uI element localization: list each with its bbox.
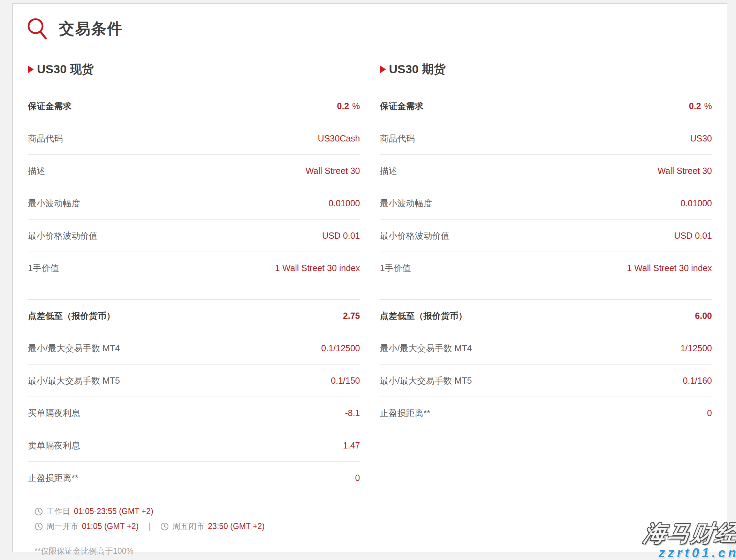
row-label: 商品代码 (380, 133, 415, 144)
row-label: 最小/最大交易手数 MT5 (28, 375, 120, 386)
row-label: 1手价值 (28, 262, 59, 274)
row-label: 止盈损距离** (380, 407, 430, 419)
table-row: 点差低至（报价货币） 6.00 (380, 300, 712, 332)
note-time: 01:05 (GMT +2) (82, 522, 139, 531)
row-value: 0.1/12500 (321, 343, 360, 353)
row-label: 最小波动幅度 (380, 198, 432, 209)
table-row: 保证金需求 0.2% (380, 90, 712, 122)
table-row: 保证金需求 0.2% (28, 90, 360, 122)
row-label: 最小价格波动价值 (28, 230, 98, 241)
group-divider (28, 284, 360, 300)
row-value: 0.2% (337, 101, 360, 111)
column-us30-spot: US30 现货 保证金需求 0.2% 商品代码 US30Cash 描述 Wall… (28, 61, 360, 557)
table-row: 最小/最大交易手数 MT4 1/12500 (380, 332, 712, 365)
group-divider (380, 284, 712, 300)
table-row: 描述 Wall Street 30 (28, 155, 360, 187)
clock-icon (35, 507, 43, 516)
row-label: 卖单隔夜利息 (28, 440, 80, 451)
column-title: US30 期货 (389, 61, 446, 77)
arrow-right-icon (380, 66, 386, 73)
row-value: 0.01000 (328, 198, 360, 208)
row-label: 点差低至（报价货币） (28, 310, 115, 322)
row-value: 0.2% (689, 101, 712, 111)
note-label: 周一开市 (46, 521, 78, 532)
row-value-unit: % (352, 101, 360, 111)
clock-icon (160, 522, 169, 531)
row-label: 描述 (380, 165, 397, 177)
row-value: US30Cash (318, 133, 360, 144)
note-time: 01:05-23:55 (GMT +2) (74, 507, 153, 516)
table-row: 最小/最大交易手数 MT5 0.1/160 (380, 365, 712, 397)
row-value: 1 Wall Street 30 index (275, 263, 360, 273)
row-label: 最小/最大交易手数 MT4 (380, 343, 472, 354)
column-header: US30 期货 (380, 61, 712, 77)
row-value: 0.1/160 (683, 376, 712, 386)
note-line-open-close: 周一开市 01:05 (GMT +2) | 周五闭市 23:50 (GMT +2… (35, 521, 360, 532)
trading-conditions-card: 交易条件 US30 现货 保证金需求 0.2% 商品代码 US30Cash 描述… (13, 3, 727, 552)
row-value-unit: % (704, 101, 712, 111)
clock-icon (35, 522, 43, 531)
arrow-right-icon (28, 66, 34, 73)
table-row: 最小/最大交易手数 MT5 0.1/150 (28, 365, 360, 397)
row-value: 0 (707, 408, 712, 418)
trading-hours-notes: 工作日 01:05-23:55 (GMT +2) 周一开市 01:05 (GMT… (35, 506, 360, 532)
row-value: 6.00 (695, 311, 712, 321)
row-label: 保证金需求 (28, 100, 71, 112)
row-label: 点差低至（报价货币） (380, 310, 467, 322)
row-label: 保证金需求 (380, 100, 424, 112)
table-row: 买单隔夜利息 -8.1 (28, 397, 360, 429)
row-value: 0.01000 (681, 198, 712, 208)
column-header: US30 现货 (28, 61, 360, 77)
row-value: USD 0.01 (674, 231, 712, 241)
note-line-workday: 工作日 01:05-23:55 (GMT +2) (35, 506, 360, 517)
row-value: -8.1 (345, 408, 360, 418)
row-value: Wall Street 30 (305, 166, 360, 176)
table-row: 1手价值 1 Wall Street 30 index (380, 252, 712, 284)
row-label: 最小/最大交易手数 MT4 (28, 343, 120, 354)
row-label: 最小/最大交易手数 MT5 (380, 375, 472, 386)
row-label: 描述 (28, 165, 45, 177)
row-value: 1/12500 (681, 343, 712, 353)
row-value: 0 (355, 473, 360, 483)
note-label: 工作日 (46, 506, 70, 517)
row-label: 商品代码 (28, 133, 63, 144)
margin-footnote: **仅限保证金比例高于100% (35, 546, 360, 557)
table-row: 1手价值 1 Wall Street 30 index (28, 252, 360, 284)
row-value-number: 0.2 (337, 101, 349, 111)
row-value: 0.1/150 (331, 376, 360, 386)
row-value: 1.47 (343, 440, 360, 451)
row-value: Wall Street 30 (658, 166, 712, 176)
row-label: 止盈损距离** (28, 472, 78, 484)
table-row: 描述 Wall Street 30 (380, 155, 712, 187)
table-row: 点差低至（报价货币） 2.75 (28, 300, 360, 332)
row-value: US30 (690, 133, 712, 144)
search-icon (27, 17, 48, 40)
row-label: 买单隔夜利息 (28, 407, 80, 419)
table-row: 最小波动幅度 0.01000 (28, 187, 360, 220)
row-label: 1手价值 (380, 262, 411, 274)
row-value: USD 0.01 (322, 231, 360, 241)
row-label: 最小波动幅度 (28, 198, 80, 209)
table-row: 止盈损距离** 0 (380, 397, 712, 429)
table-row: 卖单隔夜利息 1.47 (28, 429, 360, 462)
note-time: 23:50 (GMT +2) (208, 522, 265, 531)
row-label: 最小价格波动价值 (380, 230, 450, 241)
row-value-number: 0.2 (689, 101, 701, 111)
note-label: 周五闭市 (172, 521, 204, 532)
table-row: 最小价格波动价值 USD 0.01 (380, 220, 712, 252)
table-row: 止盈损距离** 0 (28, 462, 360, 494)
conditions-columns: US30 现货 保证金需求 0.2% 商品代码 US30Cash 描述 Wall… (13, 61, 727, 557)
page-header: 交易条件 (13, 3, 727, 40)
row-value: 1 Wall Street 30 index (627, 263, 712, 273)
table-row: 最小价格波动价值 USD 0.01 (28, 220, 360, 252)
table-row: 商品代码 US30 (380, 122, 712, 155)
column-title: US30 现货 (37, 61, 94, 77)
note-separator: | (149, 521, 151, 532)
column-us30-futures: US30 期货 保证金需求 0.2% 商品代码 US30 描述 Wall Str… (380, 61, 712, 557)
page-title: 交易条件 (59, 18, 123, 39)
table-row: 商品代码 US30Cash (28, 122, 360, 155)
table-row: 最小/最大交易手数 MT4 0.1/12500 (28, 332, 360, 365)
row-value: 2.75 (343, 311, 360, 321)
table-row: 最小波动幅度 0.01000 (380, 187, 712, 220)
